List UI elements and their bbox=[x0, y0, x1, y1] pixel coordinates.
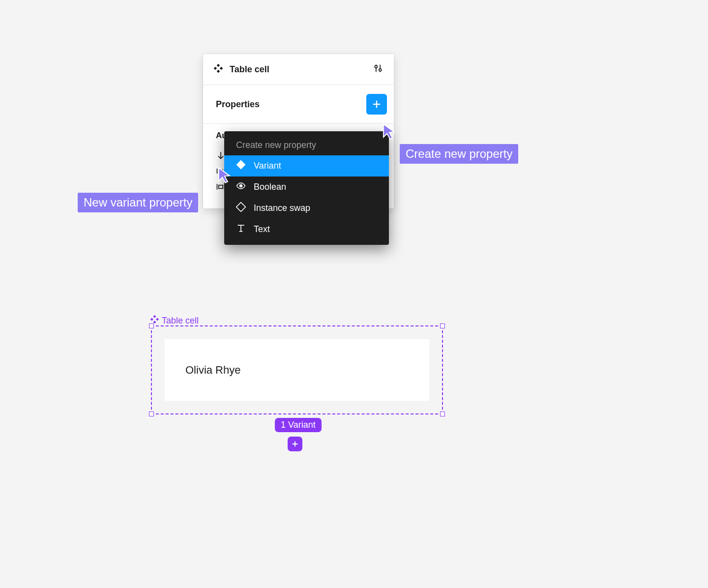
adjust-icon[interactable] bbox=[373, 63, 383, 76]
cell-text: Olivia Rhye bbox=[185, 364, 240, 377]
panel-header: Table cell bbox=[203, 54, 394, 85]
component-set-frame[interactable]: Olivia Rhye bbox=[151, 325, 443, 414]
selection-handle[interactable] bbox=[149, 323, 154, 328]
svg-rect-26 bbox=[156, 318, 159, 321]
text-icon bbox=[236, 223, 246, 235]
svg-point-7 bbox=[379, 69, 382, 71]
properties-section: Properties bbox=[203, 85, 394, 124]
svg-rect-3 bbox=[217, 70, 220, 73]
svg-rect-0 bbox=[217, 64, 220, 67]
svg-point-5 bbox=[375, 65, 377, 68]
variant-icon bbox=[236, 160, 246, 172]
menu-item-label: Boolean bbox=[254, 182, 286, 192]
canvas-frame-name: Table cell bbox=[162, 316, 199, 326]
panel-title: Table cell bbox=[230, 64, 269, 75]
component-set-icon bbox=[214, 64, 223, 75]
svg-rect-16 bbox=[219, 185, 223, 189]
menu-header: Create new property bbox=[224, 135, 389, 155]
diamond-icon bbox=[236, 202, 246, 214]
svg-rect-1 bbox=[214, 67, 217, 70]
selection-handle[interactable] bbox=[440, 323, 445, 328]
eye-icon bbox=[236, 181, 246, 193]
variant-count-badge: 1 Variant bbox=[275, 418, 322, 432]
add-variant-button[interactable] bbox=[288, 437, 302, 451]
svg-rect-18 bbox=[236, 160, 246, 170]
menu-item-label: Variant bbox=[254, 161, 281, 171]
menu-item-label: Text bbox=[254, 224, 270, 235]
svg-rect-2 bbox=[220, 67, 223, 70]
annotation-create-property: Create new property bbox=[400, 144, 518, 164]
svg-point-19 bbox=[240, 185, 242, 187]
menu-item-instance-swap[interactable]: Instance swap bbox=[224, 198, 389, 219]
svg-rect-25 bbox=[150, 318, 153, 321]
create-property-menu: Create new property Variant Boolean Inst… bbox=[224, 131, 389, 245]
properties-label: Properties bbox=[216, 99, 260, 110]
svg-rect-20 bbox=[236, 203, 246, 212]
svg-rect-24 bbox=[153, 315, 156, 318]
annotation-new-variant: New variant property bbox=[78, 193, 198, 212]
menu-item-boolean[interactable]: Boolean bbox=[224, 176, 389, 198]
canvas-frame-label[interactable]: Table cell bbox=[150, 315, 199, 326]
selection-handle[interactable] bbox=[149, 412, 154, 416]
add-property-button[interactable] bbox=[366, 94, 387, 115]
menu-item-text[interactable]: Text bbox=[224, 219, 389, 240]
menu-item-label: Instance swap bbox=[254, 203, 310, 213]
selection-handle[interactable] bbox=[440, 412, 445, 416]
table-cell-variant[interactable]: Olivia Rhye bbox=[165, 339, 429, 401]
panel-title-wrap: Table cell bbox=[214, 64, 269, 75]
menu-item-variant[interactable]: Variant bbox=[224, 155, 389, 176]
